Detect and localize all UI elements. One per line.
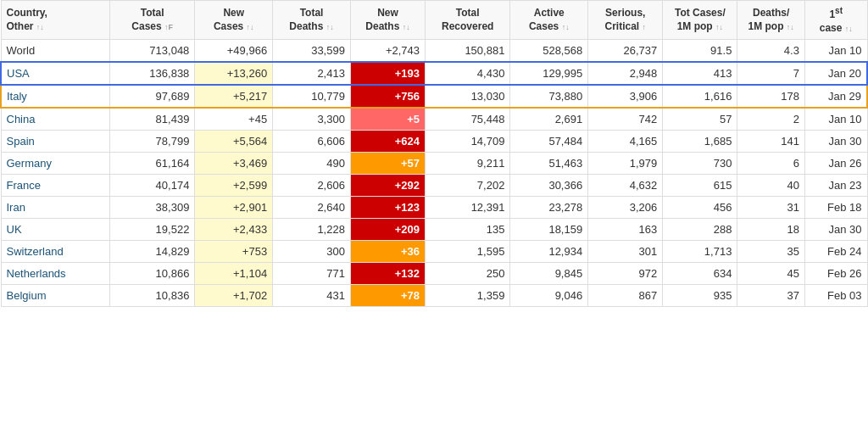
country-link[interactable]: Netherlands <box>7 267 66 280</box>
cell-total-cases: 40,174 <box>110 175 195 197</box>
cell-total-recovered: 12,391 <box>426 197 510 219</box>
cell-total-cases: 81,439 <box>110 108 195 131</box>
cell-total-recovered: 250 <box>426 263 510 285</box>
cell-first-case: Feb 18 <box>804 197 867 219</box>
cell-active-cases: 51,463 <box>510 153 588 175</box>
cell-country[interactable]: UK <box>1 219 110 241</box>
cell-serious-critical: 867 <box>588 285 663 307</box>
cell-total-cases: 10,866 <box>110 263 195 285</box>
country-link[interactable]: China <box>7 113 36 125</box>
cell-first-case: Jan 30 <box>804 219 867 241</box>
cell-country[interactable]: China <box>1 108 110 131</box>
cell-serious-critical: 4,632 <box>588 175 663 197</box>
cell-new-cases: +3,469 <box>195 153 273 175</box>
cell-tot-cases-1m: 413 <box>663 62 737 85</box>
cell-country[interactable]: Switzerland <box>1 241 110 263</box>
cell-total-deaths: 431 <box>273 285 351 307</box>
cell-country[interactable]: France <box>1 175 110 197</box>
cell-serious-critical: 1,979 <box>588 153 663 175</box>
cell-new-cases: +1,104 <box>195 263 273 285</box>
cell-country: World <box>1 40 110 63</box>
cell-first-case: Jan 26 <box>804 153 867 175</box>
cell-country[interactable]: Spain <box>1 131 110 153</box>
cell-first-case: Feb 26 <box>804 263 867 285</box>
header-total-deaths[interactable]: TotalDeaths ↑↓ <box>273 1 351 40</box>
table-row: Italy97,689+5,21710,779+75613,03073,8803… <box>1 85 867 108</box>
cell-new-cases: +1,702 <box>195 285 273 307</box>
cell-total-cases: 713,048 <box>110 40 195 63</box>
cell-total-recovered: 1,595 <box>426 241 510 263</box>
header-active-cases[interactable]: ActiveCases ↑↓ <box>510 1 588 40</box>
covid-table-container: Country,Other ↑↓ TotalCases ↑F NewCases … <box>0 0 868 307</box>
cell-new-deaths: +78 <box>350 285 425 307</box>
cell-active-cases: 23,278 <box>510 197 588 219</box>
country-link[interactable]: USA <box>7 67 30 80</box>
header-new-deaths[interactable]: NewDeaths ↑↓ <box>350 1 425 40</box>
cell-total-recovered: 4,430 <box>426 62 510 85</box>
table-header-row: Country,Other ↑↓ TotalCases ↑F NewCases … <box>1 1 867 40</box>
table-row: Spain78,799+5,5646,606+62414,70957,4844,… <box>1 131 867 153</box>
cell-deaths-1m: 141 <box>737 131 805 153</box>
cell-country[interactable]: Netherlands <box>1 263 110 285</box>
cell-total-cases: 19,522 <box>110 219 195 241</box>
cell-new-cases: +5,564 <box>195 131 273 153</box>
cell-serious-critical: 3,206 <box>588 197 663 219</box>
cell-tot-cases-1m: 456 <box>663 197 737 219</box>
table-row: France40,174+2,5992,606+2927,20230,3664,… <box>1 175 867 197</box>
cell-new-deaths: +123 <box>350 197 425 219</box>
country-link[interactable]: Germany <box>7 157 52 170</box>
header-total-cases[interactable]: TotalCases ↑F <box>110 1 195 40</box>
table-row: Germany61,164+3,469490+579,21151,4631,97… <box>1 153 867 175</box>
header-serious-critical[interactable]: Serious,Critical ↑ <box>588 1 663 40</box>
cell-deaths-1m: 178 <box>737 85 805 108</box>
cell-deaths-1m: 4.3 <box>737 40 805 63</box>
country-link[interactable]: Switzerland <box>7 245 64 258</box>
country-link[interactable]: France <box>7 179 41 192</box>
cell-total-recovered: 13,030 <box>426 85 510 108</box>
table-row: UK19,522+2,4331,228+20913518,15916328818… <box>1 219 867 241</box>
cell-serious-critical: 301 <box>588 241 663 263</box>
cell-country[interactable]: USA <box>1 62 110 85</box>
cell-total-cases: 97,689 <box>110 85 195 108</box>
cell-deaths-1m: 6 <box>737 153 805 175</box>
cell-total-deaths: 771 <box>273 263 351 285</box>
cell-deaths-1m: 2 <box>737 108 805 131</box>
country-link[interactable]: Italy <box>7 90 27 103</box>
cell-total-deaths: 33,599 <box>273 40 351 63</box>
cell-total-deaths: 2,640 <box>273 197 351 219</box>
cell-first-case: Jan 20 <box>804 62 867 85</box>
cell-tot-cases-1m: 730 <box>663 153 737 175</box>
cell-new-deaths: +756 <box>350 85 425 108</box>
country-link[interactable]: UK <box>7 223 22 236</box>
header-total-recovered[interactable]: TotalRecovered <box>426 1 510 40</box>
cell-country[interactable]: Iran <box>1 197 110 219</box>
table-row: China81,439+453,300+575,4482,691742572Ja… <box>1 108 867 131</box>
cell-serious-critical: 972 <box>588 263 663 285</box>
table-row: Netherlands10,866+1,104771+1322509,84597… <box>1 263 867 285</box>
cell-new-cases: +753 <box>195 241 273 263</box>
cell-total-recovered: 7,202 <box>426 175 510 197</box>
country-link[interactable]: Spain <box>7 135 35 148</box>
country-link[interactable]: Iran <box>7 201 25 214</box>
header-deaths-1m[interactable]: Deaths/1M pop ↑↓ <box>737 1 805 40</box>
header-tot-cases-1m[interactable]: Tot Cases/1M pop ↑↓ <box>663 1 737 40</box>
cell-tot-cases-1m: 634 <box>663 263 737 285</box>
header-new-cases[interactable]: NewCases ↑↓ <box>195 1 273 40</box>
cell-country[interactable]: Italy <box>1 85 110 108</box>
cell-deaths-1m: 7 <box>737 62 805 85</box>
cell-first-case: Jan 10 <box>804 40 867 63</box>
header-country[interactable]: Country,Other ↑↓ <box>1 1 110 40</box>
cell-new-deaths: +57 <box>350 153 425 175</box>
cell-country[interactable]: Belgium <box>1 285 110 307</box>
cell-new-deaths: +292 <box>350 175 425 197</box>
cell-deaths-1m: 45 <box>737 263 805 285</box>
cell-country[interactable]: Germany <box>1 153 110 175</box>
country-link[interactable]: Belgium <box>7 289 47 302</box>
cell-first-case: Jan 29 <box>804 85 867 108</box>
header-first-case[interactable]: 1stcase ↑↓ <box>804 1 867 40</box>
cell-new-deaths: +209 <box>350 219 425 241</box>
cell-active-cases: 9,845 <box>510 263 588 285</box>
cell-total-deaths: 490 <box>273 153 351 175</box>
cell-tot-cases-1m: 288 <box>663 219 737 241</box>
cell-new-deaths: +132 <box>350 263 425 285</box>
